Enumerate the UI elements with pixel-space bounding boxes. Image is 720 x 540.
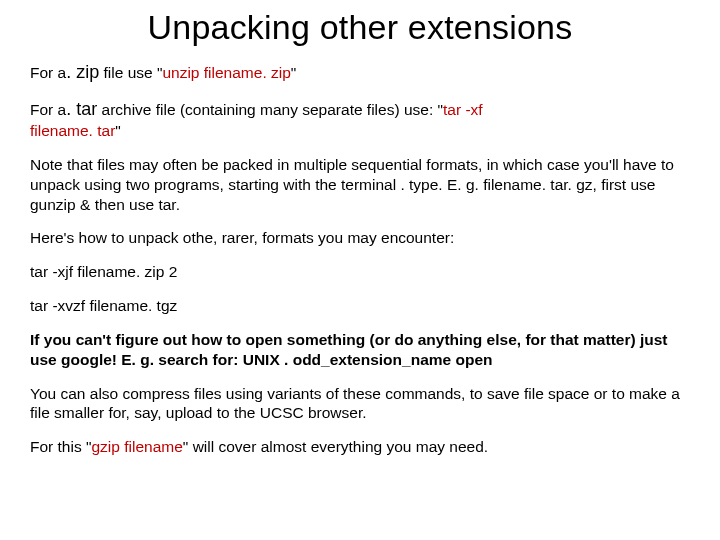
para-rarer-intro: Here's how to unpack othe, rarer, format…	[30, 228, 690, 248]
text: For this "	[30, 438, 92, 455]
text: For a	[30, 64, 66, 81]
para-compress-note: You can also compress files using varian…	[30, 384, 690, 424]
cmd-tar-file: filename. tar	[30, 122, 115, 139]
text: archive file (containing many separate f…	[97, 101, 443, 118]
slide-title: Unpacking other extensions	[30, 8, 690, 47]
text: "	[115, 122, 121, 139]
text: "	[291, 64, 297, 81]
cmd-tar-xjf: tar -xjf filename. zip 2	[30, 262, 690, 282]
cmd-tar-xvzf: tar -xvzf filename. tgz	[30, 296, 690, 316]
para-multiformat-note: Note that files may often be packed in m…	[30, 155, 690, 214]
text: For a	[30, 101, 66, 118]
text: file use "	[99, 64, 162, 81]
para-google-tip: If you can't figure out how to open some…	[30, 330, 690, 370]
cmd-tar-xf: tar -xf	[443, 101, 483, 118]
ext-tar: . tar	[66, 99, 97, 119]
cmd-unzip: unzip filename. zip	[162, 64, 290, 81]
cmd-gzip: gzip filename	[92, 438, 183, 455]
para-gzip: For this "gzip filename" will cover almo…	[30, 437, 690, 457]
para-zip: For a. zip file use "unzip filename. zip…	[30, 61, 690, 84]
para-tar: For a. tar archive file (containing many…	[30, 98, 690, 141]
text: " will cover almost everything you may n…	[183, 438, 488, 455]
ext-zip: . zip	[66, 62, 99, 82]
